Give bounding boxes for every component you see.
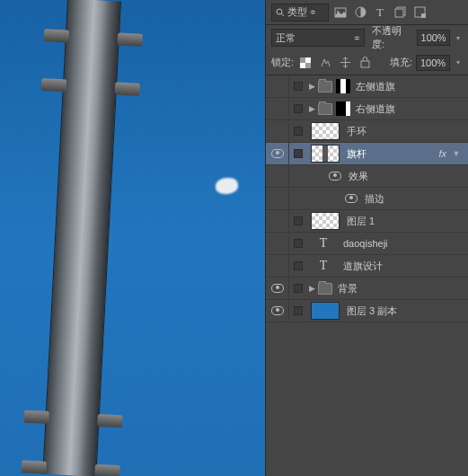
filter-shape-icon[interactable] bbox=[392, 4, 408, 21]
layer-left-flag[interactable]: ▶ 左侧道旗 bbox=[266, 75, 468, 98]
layer-checkbox[interactable] bbox=[289, 239, 307, 248]
layer-name[interactable]: 图层 3 副本 bbox=[343, 304, 463, 318]
eye-icon bbox=[271, 149, 284, 158]
layer-background[interactable]: ▶ 背景 bbox=[266, 278, 468, 300]
layer-checkbox[interactable] bbox=[289, 306, 307, 315]
lock-image-icon[interactable] bbox=[317, 55, 333, 71]
filter-label: 类型 bbox=[287, 5, 307, 19]
fx-disclosure[interactable]: ▼ bbox=[450, 149, 463, 158]
opacity-value[interactable]: 100% bbox=[417, 30, 450, 46]
layer-stroke[interactable]: 描边 bbox=[266, 188, 468, 210]
filter-smartobject-icon[interactable] bbox=[411, 4, 428, 21]
effect-name: 效果 bbox=[349, 170, 463, 183]
blend-mode-select[interactable]: 正常 ≑ bbox=[271, 29, 365, 47]
layer-thumbnail[interactable] bbox=[311, 212, 340, 230]
visibility-toggle[interactable] bbox=[266, 120, 289, 142]
layers-panel: 类型 ≑ T 正常 ≑ 不透明度: 100% ▾ 锁定: 填充: 100% ▾ bbox=[265, 0, 468, 476]
layers-list[interactable]: ▶ 左侧道旗 ▶ 右侧道旗 手环 旗杆 fx ▼ bbox=[266, 75, 468, 476]
layer-thumbnail[interactable] bbox=[311, 145, 340, 163]
lock-transparency-icon[interactable] bbox=[297, 55, 313, 71]
layer-thumbnail[interactable] bbox=[311, 122, 340, 140]
fill-value[interactable]: 100% bbox=[416, 55, 450, 71]
fx-badge[interactable]: fx bbox=[435, 148, 450, 159]
folder-icon bbox=[318, 103, 332, 115]
layer-name[interactable]: 旗杆 bbox=[343, 147, 435, 161]
svg-rect-6 bbox=[395, 9, 403, 17]
type-layer-icon: T bbox=[311, 259, 336, 273]
lock-toolbar: 锁定: 填充: 100% ▾ bbox=[266, 50, 468, 75]
visibility-toggle[interactable] bbox=[266, 143, 289, 164]
layer-thumbnail[interactable] bbox=[311, 302, 340, 320]
layer-checkbox[interactable] bbox=[289, 82, 307, 91]
blend-mode-value: 正常 bbox=[276, 31, 296, 45]
layer-name[interactable]: 手环 bbox=[343, 125, 463, 138]
layer-checkbox[interactable] bbox=[289, 149, 307, 158]
pole-graphic bbox=[42, 0, 121, 476]
layer-checkbox[interactable] bbox=[289, 127, 307, 136]
svg-rect-10 bbox=[300, 57, 305, 63]
layer-name[interactable]: 图层 1 bbox=[343, 215, 463, 228]
chevron-down-icon: ≑ bbox=[354, 34, 360, 42]
layer-daoqisheji-cn[interactable]: T 道旗设计 bbox=[266, 255, 468, 278]
svg-point-0 bbox=[277, 9, 282, 14]
layer-mask-thumbnail[interactable] bbox=[336, 79, 350, 93]
layer-checkbox[interactable] bbox=[289, 261, 307, 270]
document-canvas[interactable] bbox=[0, 0, 265, 476]
eye-icon bbox=[271, 306, 284, 315]
visibility-toggle[interactable] bbox=[266, 300, 289, 322]
layer-name[interactable]: 道旗设计 bbox=[340, 260, 463, 273]
opacity-label: 不透明度: bbox=[372, 24, 413, 51]
disclosure-triangle[interactable]: ▶ bbox=[307, 104, 316, 113]
visibility-toggle[interactable] bbox=[266, 188, 289, 209]
filter-adjustment-icon[interactable] bbox=[352, 4, 368, 21]
search-icon bbox=[276, 8, 285, 17]
lock-position-icon[interactable] bbox=[337, 55, 353, 71]
chevron-down-icon[interactable]: ▾ bbox=[454, 58, 463, 66]
layer-daoqisheji-en[interactable]: T daoqisheji bbox=[266, 233, 468, 255]
layer-right-flag[interactable]: ▶ 右侧道旗 bbox=[266, 98, 468, 120]
layer-effects[interactable]: 效果 bbox=[266, 165, 468, 188]
disclosure-triangle[interactable]: ▶ bbox=[307, 82, 316, 91]
fill-label: 填充: bbox=[390, 56, 412, 69]
layer-ring[interactable]: 手环 bbox=[266, 120, 468, 143]
layer-checkbox[interactable] bbox=[289, 216, 307, 225]
svg-rect-12 bbox=[361, 61, 369, 67]
type-layer-icon: T bbox=[311, 236, 336, 251]
svg-line-1 bbox=[281, 13, 284, 16]
layer-layer1[interactable]: 图层 1 bbox=[266, 210, 468, 233]
visibility-toggle[interactable] bbox=[266, 278, 289, 299]
layer-filter-select[interactable]: 类型 ≑ bbox=[271, 4, 329, 22]
chevron-down-icon[interactable]: ▾ bbox=[454, 34, 463, 42]
eye-icon[interactable] bbox=[345, 194, 358, 203]
effect-name: 描边 bbox=[365, 192, 463, 206]
eye-icon[interactable] bbox=[329, 172, 341, 181]
visibility-toggle[interactable] bbox=[266, 210, 289, 232]
layer-name[interactable]: 左侧道旗 bbox=[352, 80, 463, 93]
filter-toolbar: 类型 ≑ T bbox=[266, 0, 468, 25]
visibility-toggle[interactable] bbox=[266, 98, 289, 119]
layer-checkbox[interactable] bbox=[289, 284, 307, 293]
layer-checkbox[interactable] bbox=[289, 104, 307, 113]
layer-name[interactable]: 右侧道旗 bbox=[352, 102, 463, 116]
filter-pixel-icon[interactable] bbox=[332, 4, 349, 21]
filter-type-icon[interactable]: T bbox=[372, 4, 388, 21]
svg-rect-8 bbox=[421, 13, 426, 18]
visibility-toggle[interactable] bbox=[266, 233, 289, 254]
layer-name[interactable]: daoqisheji bbox=[340, 238, 463, 249]
visibility-toggle[interactable] bbox=[266, 165, 289, 187]
layer-mask-thumbnail[interactable] bbox=[336, 101, 350, 116]
lock-all-icon[interactable] bbox=[357, 55, 373, 71]
folder-icon bbox=[318, 283, 332, 295]
chevron-down-icon: ≑ bbox=[310, 8, 316, 16]
eye-icon bbox=[271, 284, 284, 293]
visibility-toggle[interactable] bbox=[266, 75, 289, 97]
layer-pole[interactable]: 旗杆 fx ▼ bbox=[266, 143, 468, 165]
layer-name[interactable]: 背景 bbox=[334, 282, 463, 295]
visibility-toggle[interactable] bbox=[266, 255, 289, 277]
lock-label: 锁定: bbox=[271, 56, 294, 69]
blend-toolbar: 正常 ≑ 不透明度: 100% ▾ bbox=[266, 25, 468, 50]
svg-rect-11 bbox=[305, 63, 311, 68]
folder-icon bbox=[318, 81, 332, 93]
disclosure-triangle[interactable]: ▶ bbox=[307, 284, 316, 293]
layer-layer3copy[interactable]: 图层 3 副本 bbox=[266, 300, 468, 322]
